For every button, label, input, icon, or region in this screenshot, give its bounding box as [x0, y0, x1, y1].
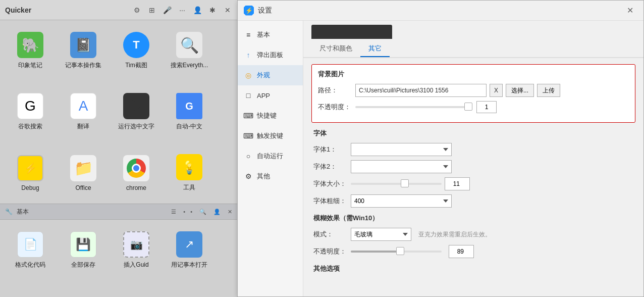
app-item-debug[interactable]: ⚡ Debug	[5, 146, 56, 200]
person-icon[interactable]: 👤	[193, 6, 202, 15]
opacity-thumb[interactable]	[464, 103, 472, 111]
dialog-close-button[interactable]: ✕	[622, 3, 637, 18]
path-label: 路径：	[318, 86, 352, 95]
nav-item-app[interactable]: □ APP	[238, 85, 303, 106]
app-item-run[interactable]: 运行选中文字	[111, 85, 162, 138]
fontsize-row: 字体大小：	[313, 177, 633, 190]
font2-row: 字体2：	[313, 160, 633, 173]
app-item-noteopen[interactable]: ↗ 用记事本打开	[164, 224, 214, 277]
app-item-chrome[interactable]: chrome	[111, 146, 162, 200]
clear-path-button[interactable]: X	[490, 84, 503, 97]
nav-item-trigger[interactable]: ⌨ 触发按键	[238, 126, 303, 146]
font-section: 字体 字体1： 字体2： 字体大小：	[311, 129, 635, 208]
tab-size-color[interactable]: 尺寸和颜色	[311, 41, 360, 57]
nav-item-basic[interactable]: ≡ 基本	[238, 25, 303, 45]
app-grid-row-3: ⚡ Debug 📁 Office chrome 💡 工具	[0, 142, 237, 204]
section-bar-title: 🔧	[5, 208, 13, 215]
app-label: Debug	[21, 184, 39, 191]
dot2-icon[interactable]: •	[190, 209, 192, 215]
gear-shape: 💡	[181, 160, 197, 175]
tabs-row: 尺寸和颜色 其它	[303, 41, 643, 58]
fontsize-slider[interactable]	[351, 183, 442, 185]
mic-icon[interactable]: 🎤	[163, 6, 172, 15]
search-bar-icon[interactable]: 🔍	[199, 209, 206, 215]
app-label: 工具	[183, 183, 195, 192]
tab-other[interactable]: 其它	[360, 41, 390, 57]
blur-mode-label: 模式：	[313, 230, 348, 239]
person-bar-icon[interactable]: 👤	[213, 209, 221, 215]
blur-section: 模糊效果（需Win10） 模式： 无 亚克力 毛玻璃 亚克力效果需重启后生效。 …	[311, 214, 635, 258]
settings2-icon[interactable]: ✱	[208, 6, 217, 15]
section-bar-label: 基本	[17, 208, 29, 216]
close-icon[interactable]: ✕	[223, 6, 232, 15]
app-item-guid[interactable]: 📷 插入Guid	[111, 224, 162, 277]
ellipsis-icon[interactable]: ···	[178, 6, 187, 15]
fontsize-thumb[interactable]	[401, 179, 409, 187]
app-item-evernote[interactable]: 🐘 印象笔记	[5, 24, 56, 77]
translate-icon: A	[70, 93, 96, 119]
nav-item-shortcuts[interactable]: ⌨ 快捷键	[238, 106, 303, 126]
dialog-sidebar: ≡ 基本 ↑ 弹出面板 ◎ 外观 □ APP ⌨ 快捷键 ⌨ 触发按键	[238, 21, 303, 296]
dialog-titlebar: ⚡ 设置 ✕	[238, 1, 643, 21]
app-item-tim[interactable]: T Tim截图	[111, 24, 162, 77]
font1-select[interactable]	[351, 143, 452, 156]
shortcuts-icon: ⌨	[244, 111, 253, 120]
app-label: 记事本操作集	[65, 61, 101, 70]
app-item-office[interactable]: 📁 Office	[58, 146, 109, 200]
fontsize-input[interactable]	[445, 177, 470, 190]
fontweight-select[interactable]: 100 200 300 400 500 600 700 800 900	[351, 194, 452, 208]
dot-icon[interactable]: •	[183, 209, 185, 215]
app-grid-row-1: 🐘 印象笔记 📓 记事本操作集 T Tim截图 🔍 搜索Everyth...	[0, 20, 237, 81]
blur-opacity-slider[interactable]	[351, 251, 442, 253]
app-item-format[interactable]: 📄 格式化代码	[5, 224, 56, 277]
app-nav-icon: □	[244, 91, 253, 100]
app-item-google[interactable]: G 谷歌搜索	[5, 85, 56, 138]
blur-fill	[351, 251, 398, 253]
debug-icon: ⚡	[17, 155, 43, 181]
nav-item-autorun[interactable]: ○ 自动运行	[238, 146, 303, 166]
gear-icon[interactable]: ⚙	[132, 6, 141, 15]
section-bar: 🔧 基本 ☰ • • 🔍 👤 ✕	[0, 204, 237, 220]
opacity-slider[interactable]: 1	[355, 101, 497, 113]
app-grid-row-bottom: 📄 格式化代码 💾 全部保存 📷 插入Guid ↗ 用记事本打开	[0, 220, 237, 281]
nav-item-appearance[interactable]: ◎ 外观	[238, 65, 303, 85]
quicker-titlebar: Quicker ⚙ ⊞ 🎤 ··· 👤 ✱ ✕	[0, 0, 237, 20]
app-item-saveall[interactable]: 💾 全部保存	[58, 224, 109, 277]
nav-item-other[interactable]: ⚙ 其他	[238, 166, 303, 186]
app-label: 运行选中文字	[118, 122, 154, 131]
settings-dialog-icon: ⚡	[244, 6, 254, 16]
app-item-tools[interactable]: 💡 工具	[164, 146, 214, 200]
opacity-value: 1	[476, 101, 497, 113]
nav-label: 快捷键	[257, 111, 277, 120]
blur-opacity-input[interactable]	[449, 245, 474, 258]
blur-hint: 亚克力效果需重启后生效。	[418, 230, 491, 239]
blur-opacity-row: 不透明度：	[313, 245, 633, 258]
path-input[interactable]	[355, 84, 487, 97]
dialog-title: 设置	[258, 6, 622, 15]
fontweight-row: 字体粗细： 100 200 300 400 500 600 700 800 90…	[313, 194, 633, 208]
dark-bar	[311, 25, 392, 39]
content-main: 背景图片 路径： X 选择... 上传 不透明度：	[303, 58, 643, 296]
run-icon	[123, 93, 149, 119]
app-grid-row-2: G 谷歌搜索 A 翻译 运行选中文字 G 自动-中文	[0, 81, 237, 142]
format-icon: 📄	[17, 231, 43, 258]
google-icon: G	[17, 93, 43, 119]
blur-opacity-thumb[interactable]	[396, 247, 404, 255]
trigger-icon: ⌨	[244, 131, 253, 140]
triangle-icon	[131, 99, 142, 113]
chrome-circle	[127, 159, 146, 178]
app-item-notes[interactable]: 📓 记事本操作集	[58, 24, 109, 77]
font2-select[interactable]	[351, 160, 452, 173]
dialog-content: 尺寸和颜色 其它 背景图片 路径： X 选择...	[303, 21, 643, 296]
choose-button[interactable]: 选择...	[506, 84, 534, 97]
background-title: 背景图片	[318, 70, 629, 79]
app-item-auto[interactable]: G 自动-中文	[164, 85, 214, 138]
list-icon[interactable]: ☰	[171, 209, 176, 215]
nav-item-popup[interactable]: ↑ 弹出面板	[238, 45, 303, 65]
grid-icon[interactable]: ⊞	[147, 6, 156, 15]
close-bar-icon[interactable]: ✕	[228, 209, 232, 215]
blur-mode-select[interactable]: 无 亚克力 毛玻璃	[351, 228, 411, 241]
app-item-search[interactable]: 🔍 搜索Everyth...	[164, 24, 214, 77]
upload-button[interactable]: 上传	[537, 84, 560, 97]
app-item-translate[interactable]: A 翻译	[58, 85, 109, 138]
